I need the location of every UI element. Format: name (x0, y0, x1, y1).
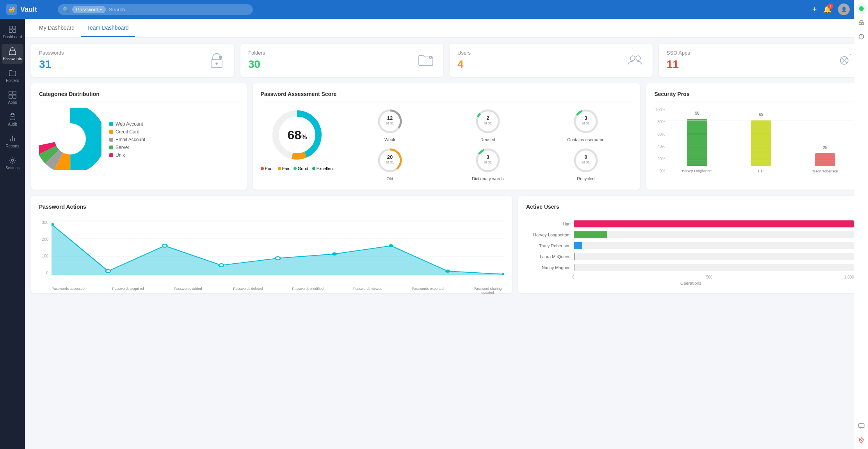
svg-text:of 31: of 31 (386, 121, 394, 125)
sidebar-item-dashboard[interactable]: Dashboard (2, 22, 23, 42)
bar-hari: 89 Hari (732, 119, 790, 173)
score-value: 68% (288, 128, 307, 142)
categories-card: Categories Distribution (31, 83, 247, 190)
stat-passwords-label: Passwords (39, 50, 64, 56)
svg-point-61 (389, 244, 393, 247)
legend-email-account: Email Account (109, 137, 145, 142)
dashboard-tabs: My Dashboard Team Dashboard (25, 19, 868, 37)
active-users-card: Active Users Hari Harvey Longbottom (518, 196, 862, 293)
svg-point-58 (219, 264, 224, 267)
svg-point-69 (861, 439, 862, 440)
tab-my-dashboard[interactable]: My Dashboard (33, 19, 81, 37)
user-bar-fill-laura (574, 253, 575, 260)
svg-point-23 (55, 123, 86, 154)
svg-rect-9 (11, 114, 14, 115)
svg-rect-0 (9, 26, 12, 29)
sidebar-item-folders[interactable]: Folders (2, 66, 23, 86)
metric-dictionary: 3 of 31 Dictionary words (441, 147, 534, 181)
sidebar-dashboard-label: Dashboard (3, 35, 22, 39)
stat-sso-value: 11 (667, 58, 690, 71)
metric-reused-label: Reused (480, 137, 495, 142)
legend-dot-email (109, 138, 113, 142)
search-input[interactable] (109, 7, 248, 12)
user-label-harvey: Harvey Longbottom (528, 232, 571, 237)
user-label-nancy: Nancy Maguire (528, 265, 571, 270)
stat-folders-value: 30 (248, 58, 265, 71)
folders-icon (416, 51, 436, 70)
svg-rect-5 (9, 91, 12, 94)
svg-point-16 (636, 56, 640, 60)
legend-web-account: Web Account (109, 121, 145, 127)
security-pros-card: Security Pros 100% 80% 60% 40% 20% 0% (646, 83, 862, 190)
score-donut: 68% (270, 108, 324, 162)
active-users-title: Active Users (526, 204, 854, 214)
svg-point-65 (860, 20, 863, 23)
svg-text:0: 0 (584, 154, 587, 160)
sidebar-passwords-label: Passwords (3, 57, 22, 61)
metrics-grid: 12 of 31 Weak 2 of 31 (343, 108, 632, 181)
bar-tracy-bar (815, 153, 835, 166)
search-filter-label: Password (76, 7, 98, 12)
legend-good-label: Good (298, 166, 308, 171)
stat-folders: Folders 30 (240, 44, 443, 77)
metric-dictionary-label: Dictionary words (472, 176, 503, 181)
stats-row: Passwords 31 Folders 30 (25, 37, 868, 77)
user-bar-track-laura (574, 253, 854, 260)
svg-text:2: 2 (486, 115, 489, 121)
avatar[interactable]: 👤 (838, 4, 850, 15)
user-bar-fill-nancy (574, 264, 575, 271)
stat-passwords: Passwords 31 (31, 44, 234, 77)
bar-hari-label: Hari (758, 169, 765, 173)
search-bar[interactable]: 🔍 Password ▾ (58, 4, 253, 15)
legend-label-unix: Unix (116, 153, 125, 158)
logo-icon: 🔐 (6, 4, 17, 15)
metric-reused: 2 of 31 Reused (441, 108, 534, 142)
score-legend: Poor Fair Good (261, 166, 334, 171)
legend-dot-server (109, 146, 113, 149)
sidebar-item-apps[interactable]: Apps (2, 87, 23, 108)
legend-server: Server (109, 145, 145, 150)
svg-text:of 31: of 31 (582, 121, 590, 125)
sidebar-item-audit[interactable]: Audit (2, 109, 23, 130)
legend-label-web: Web Account (116, 121, 143, 127)
sidebar-settings-label: Settings (5, 166, 20, 170)
svg-rect-4 (9, 51, 16, 55)
legend-unix: Unix (109, 153, 145, 158)
sidebar-item-reports[interactable]: Reports (2, 131, 23, 151)
categories-title: Categories Distribution (39, 91, 239, 101)
bar-harvey: 90 Harvey Longbottom (668, 117, 726, 173)
sidebar-apps-label: Apps (8, 100, 17, 105)
right-panel-chat-icon[interactable] (856, 421, 867, 432)
svg-text:of 31: of 31 (484, 121, 492, 125)
search-icon: 🔍 (62, 6, 69, 12)
sidebar-folders-label: Folders (6, 78, 19, 83)
svg-text:of 31: of 31 (582, 160, 590, 164)
sidebar-item-settings[interactable]: Settings (2, 153, 23, 173)
metric-username-label: Contains username (567, 137, 604, 142)
svg-rect-3 (13, 30, 16, 32)
svg-point-15 (630, 56, 635, 60)
metric-old-label: Old (386, 176, 393, 181)
metric-username: 3 of 31 Contains username (539, 108, 632, 142)
right-panel-location-icon[interactable] (856, 435, 867, 446)
search-filter-pill[interactable]: Password ▾ (72, 6, 106, 13)
sidebar-reports-label: Reports (5, 144, 19, 148)
right-panel-headset-icon[interactable] (856, 19, 867, 28)
dashboard-grid: Categories Distribution (25, 77, 868, 196)
add-button[interactable]: + (812, 5, 817, 14)
svg-text:20: 20 (387, 154, 393, 160)
assessment-card: Password Assessment Score (253, 83, 640, 190)
svg-point-57 (162, 244, 167, 247)
pie-chart (39, 108, 101, 172)
bar-harvey-value: 90 (687, 111, 707, 115)
right-panel-help-icon[interactable]: ? (856, 31, 867, 42)
stat-users-label: Users (457, 50, 471, 56)
notification-icon[interactable]: 🔔 1 (823, 5, 832, 14)
svg-rect-7 (9, 95, 12, 98)
bar-harvey-label: Harvey Longbottom (682, 169, 713, 173)
bar-harvey-bar (687, 119, 707, 166)
sidebar-item-passwords[interactable]: Passwords (2, 44, 23, 64)
svg-point-62 (445, 270, 450, 273)
x-axis-label: Operations (528, 281, 854, 286)
tab-team-dashboard[interactable]: Team Dashboard (81, 19, 135, 37)
